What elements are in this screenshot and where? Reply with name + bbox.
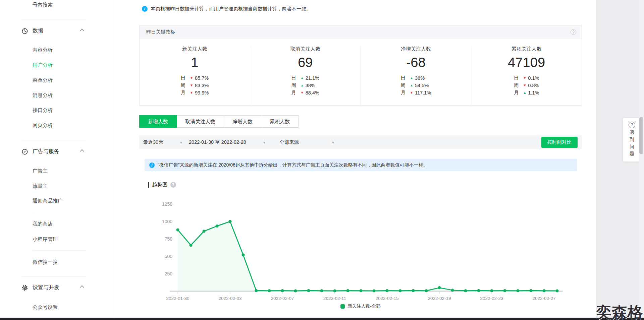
feedback-widget[interactable]: 遇到问题 (623, 118, 641, 162)
svg-text:2022-02-03: 2022-02-03 (218, 296, 241, 301)
kpi-label: 取消关注人数 (250, 46, 361, 52)
kpi-panel-title: 昨日关键指标 (146, 29, 175, 35)
trend-arrow-icon: ▼ (190, 91, 193, 94)
kpi-card-unfollowers: 取消关注人数 69 日▲21.1% 周▲38% 月▼88.4% (250, 46, 361, 106)
divider (33, 212, 86, 212)
divider (22, 276, 86, 276)
pie-chart-icon (21, 28, 28, 35)
svg-text:2022-02-27: 2022-02-27 (532, 296, 555, 301)
kpi-value: 47109 (471, 55, 582, 70)
gear-icon (21, 284, 28, 291)
divider (22, 19, 86, 19)
svg-text:1000: 1000 (162, 219, 172, 224)
tab-unfollowers[interactable]: 取消关注人数 (177, 115, 224, 128)
trend-arrow-icon: ▼ (523, 84, 526, 87)
metric-tabs: 新增人数 取消关注人数 净增人数 累积人数 (139, 115, 299, 128)
sidebar-item-message-analysis[interactable]: 消息分析 (33, 92, 53, 99)
sidebar-item-user-analysis[interactable]: 用户分析 (33, 62, 53, 68)
bottom-edge-bar (0, 318, 644, 320)
trend-line-chart: 2022-01-302022-02-032022-02-072022-02-11… (158, 192, 574, 302)
divider (33, 250, 86, 251)
kpi-trend-row: 日▲36% (401, 75, 431, 81)
svg-text:2022-02-11: 2022-02-11 (323, 296, 346, 301)
date-range-preset-dropdown[interactable]: 最近30天 (143, 139, 183, 145)
source-dropdown[interactable]: 全部来源 (279, 139, 335, 145)
kpi-card-net-growth: 净增关注人数 -68 日▲36% 周▲54.5% 月▼117.1% (361, 46, 471, 106)
chevron-up-icon (80, 149, 84, 153)
info-icon (142, 6, 148, 12)
kpi-card-new-followers: 新关注人数 1 日▼85.7% 周▼83.3% 月▼99.9% (140, 46, 250, 106)
filter-bar: 最近30天 2022-01-30 至 2022-02-28 全部来源 按时间对比 (139, 135, 582, 149)
trend-arrow-icon: ▼ (190, 84, 193, 87)
svg-text:2022-02-19: 2022-02-19 (428, 296, 451, 301)
svg-text:500: 500 (165, 254, 173, 259)
sidebar: 号内搜索 数据 内容分析 用户分析 菜单分析 消息分析 接口分析 网页分析 广告… (0, 0, 113, 320)
compare-by-time-button[interactable]: 按时间对比 (541, 137, 578, 148)
chevron-up-icon (80, 28, 84, 33)
trend-arrow-icon: ▲ (410, 84, 413, 87)
svg-text:2022-02-07: 2022-02-07 (271, 296, 294, 301)
trend-arrow-icon: ▲ (301, 84, 304, 87)
tab-new-followers[interactable]: 新增人数 (139, 115, 177, 128)
svg-text:250: 250 (165, 271, 173, 276)
sidebar-item-miniprogram-management[interactable]: 小程序管理 (33, 236, 58, 243)
chevron-down-icon (263, 139, 266, 145)
tab-total[interactable]: 累积人数 (261, 115, 299, 128)
watermark: 奕森格 (596, 302, 643, 320)
tab-net-growth[interactable]: 净增人数 (224, 115, 261, 128)
page-notice: 本页根据昨日数据来计算，而用户管理页根据当前数据计算，两者不一致。 (142, 6, 311, 12)
page-scrollbar-track[interactable] (639, 0, 644, 320)
sidebar-item-menu-analysis[interactable]: 菜单分析 (33, 77, 53, 83)
trend-arrow-icon: ▼ (190, 76, 193, 80)
sidebar-item-api-analysis[interactable]: 接口分析 (33, 107, 53, 114)
sidebar-item-wechat-search[interactable]: 微信搜一搜 (33, 259, 58, 265)
trend-arrow-icon: ▲ (301, 76, 304, 80)
sidebar-section-settings-dev[interactable]: 设置与开发 (21, 284, 84, 291)
sidebar-section-label: 数据 (33, 27, 43, 35)
kpi-value: 69 (250, 55, 361, 70)
sidebar-section-label: 设置与开发 (33, 284, 59, 291)
sidebar-item-rebate-promotion[interactable]: 返佣商品推广 (33, 198, 63, 204)
chevron-up-icon (80, 285, 84, 290)
sidebar-section-data[interactable]: 数据 (21, 27, 84, 35)
kpi-label: 净增关注人数 (361, 46, 471, 52)
kpi-trend-row: 月▼99.9% (181, 89, 209, 96)
sidebar-item-my-shop[interactable]: 我的商店 (33, 221, 53, 227)
svg-text:750: 750 (165, 236, 173, 242)
svg-text:2022-02-23: 2022-02-23 (480, 296, 503, 301)
trend-title-text: 趋势图 (152, 181, 168, 188)
sidebar-item-account-settings[interactable]: 公众号设置 (33, 304, 58, 311)
kpi-trend-row: 月▼117.1% (401, 89, 431, 96)
svg-text:1250: 1250 (162, 201, 172, 207)
title-bar-decoration (148, 182, 149, 188)
svg-text:2022-02-15: 2022-02-15 (375, 296, 398, 301)
trend-arrow-icon: ▼ (523, 76, 526, 80)
legend-label: 新关注人数-全部 (347, 303, 381, 309)
sidebar-section-label: 广告与服务 (33, 148, 59, 155)
kpi-card-total-followers: 累积关注人数 47109 日▼0.1% 周▼0.8% 月▲1.1% (471, 46, 582, 106)
sidebar-item-content-analysis[interactable]: 内容分析 (33, 47, 53, 53)
compass-icon (21, 148, 28, 155)
help-question-icon[interactable] (571, 29, 576, 35)
date-range-dropdown[interactable]: 2022-01-30 至 2022-02-28 (189, 139, 266, 145)
sidebar-section-ads-services[interactable]: 广告与服务 (21, 148, 84, 155)
kpi-trend-row: 日▲21.1% (291, 75, 319, 81)
trend-chart-title: 趋势图 (148, 181, 176, 188)
sidebar-item-advertiser[interactable]: 广告主 (33, 168, 48, 174)
banner-text: “微信广告”来源的新增关注在 2020/06起从其他中拆分给出，计算方式与广告主… (158, 162, 428, 168)
date-range-label: 2022-01-30 至 2022-02-28 (189, 139, 246, 145)
page-scrollbar-thumb[interactable] (639, 117, 643, 154)
kpi-trend-row: 周▼83.3% (181, 82, 209, 88)
sidebar-item-webpage-analysis[interactable]: 网页分析 (33, 122, 53, 129)
trend-arrow-icon: ▼ (410, 91, 413, 94)
svg-text:2022-01-30: 2022-01-30 (166, 296, 189, 301)
sidebar-item-search-in-account[interactable]: 号内搜索 (33, 2, 53, 8)
sidebar-item-traffic-owner[interactable]: 流量主 (33, 183, 48, 189)
kpi-trend-row: 日▼85.7% (181, 75, 209, 81)
kpi-trend-row: 周▲54.5% (401, 82, 431, 88)
question-circle-icon (629, 122, 635, 128)
chart-legend[interactable]: 新关注人数-全部 (139, 303, 582, 309)
trend-arrow-icon: ▲ (523, 91, 526, 94)
kpi-panel-header: 昨日关键指标 (140, 26, 582, 39)
help-question-icon[interactable] (170, 182, 176, 188)
